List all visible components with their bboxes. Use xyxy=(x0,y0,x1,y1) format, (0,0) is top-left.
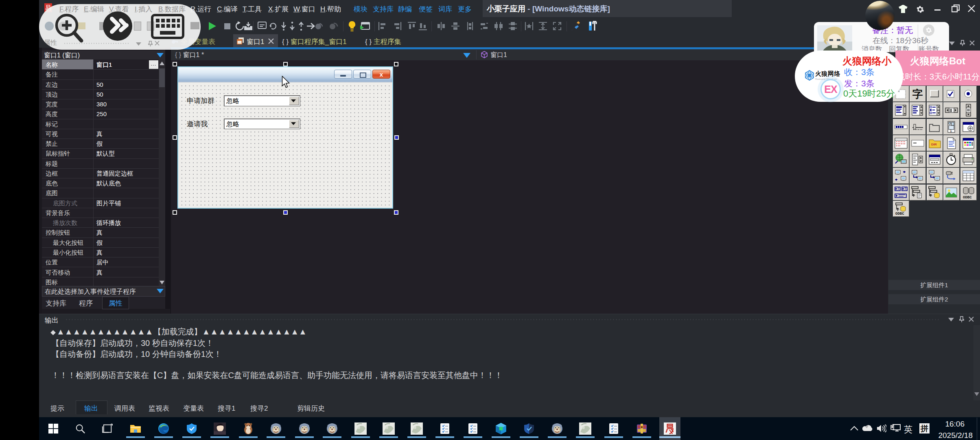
svg-text:ODBC: ODBC xyxy=(895,212,904,216)
svg-text:1: 1 xyxy=(950,129,952,133)
svg-text:DIR: DIR xyxy=(931,143,937,146)
svg-text:ODBC: ODBC xyxy=(963,196,972,199)
